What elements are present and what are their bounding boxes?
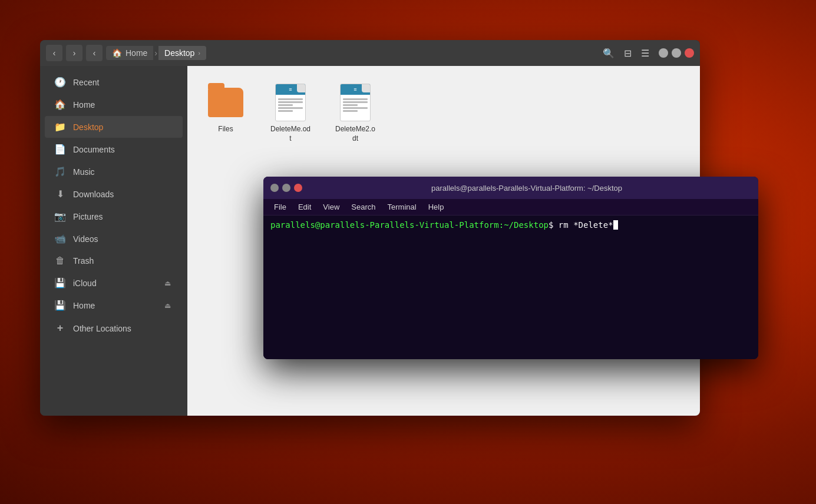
terminal-menu-help[interactable]: Help: [422, 201, 450, 213]
sidebar-label-music: Music: [73, 167, 173, 177]
terminal-menubar: File Edit View Search Terminal Help: [263, 199, 758, 215]
pictures-icon: 📷: [54, 211, 66, 222]
odt-line-short: [343, 110, 358, 112]
sidebar-item-pictures[interactable]: 📷 Pictures: [45, 205, 183, 227]
forward-button[interactable]: ›: [66, 45, 82, 61]
sidebar-label-downloads: Downloads: [73, 190, 173, 199]
sidebar-label-icloud: iCloud: [73, 278, 155, 288]
sidebar-label-documents: Documents: [73, 145, 173, 154]
breadcrumb-expand-icon: ›: [198, 50, 200, 57]
sidebar: 🕐 Recent 🏠 Home 📁 Desktop 📄 Documents 🎵 …: [40, 66, 187, 416]
icloud-icon: 💾: [54, 277, 66, 289]
trash-icon: 🗑: [54, 256, 66, 266]
odt-header-text-2: ≡: [354, 87, 356, 92]
home-icon: 🏠: [112, 48, 122, 58]
file-name-files: Files: [218, 125, 233, 134]
sidebar-label-desktop: Desktop: [73, 122, 173, 132]
sidebar-item-desktop[interactable]: 📁 Desktop: [45, 116, 183, 138]
icloud-eject-button[interactable]: ⏏: [162, 278, 173, 289]
odt-lines-2: [341, 95, 370, 115]
odt-line-short: [278, 110, 293, 112]
odt-line: [278, 98, 303, 100]
sidebar-item-videos[interactable]: 📹 Videos: [45, 228, 183, 250]
sidebar-item-recent[interactable]: 🕐 Recent: [45, 71, 183, 93]
window-controls: [659, 48, 694, 58]
sidebar-item-music[interactable]: 🎵 Music: [45, 161, 183, 183]
terminal-titlebar: parallels@parallels-Parallels-Virtual-Pl…: [263, 177, 758, 199]
terminal-minimize-button[interactable]: [270, 184, 279, 192]
terminal-menu-search[interactable]: Search: [345, 201, 381, 213]
file-item-deleteme2[interactable]: ≡ DeleteMe2.odt: [329, 78, 382, 149]
videos-icon: 📹: [54, 233, 66, 244]
file-name-deleteme1: DeleteMe.odt: [270, 125, 311, 143]
maximize-button[interactable]: [672, 48, 681, 58]
odt-line: [343, 107, 368, 109]
odt-line: [343, 101, 368, 103]
folder-icon-wrapper: [207, 84, 245, 121]
terminal-menu-edit[interactable]: Edit: [292, 201, 317, 213]
breadcrumb: 🏠 Home › Desktop ›: [106, 46, 591, 60]
sidebar-item-other-locations[interactable]: + Other Locations: [45, 317, 183, 340]
documents-icon: 📄: [54, 144, 66, 155]
sidebar-label-home2: Home: [73, 301, 155, 310]
sidebar-item-home[interactable]: 🏠 Home: [45, 94, 183, 115]
file-manager-titlebar: ‹ › ‹ 🏠 Home › Desktop › 🔍 ⊟ ☰: [40, 40, 700, 66]
terminal-command: $ rm *Delete*: [549, 220, 613, 230]
odt-line-short: [343, 104, 358, 106]
sidebar-item-home2[interactable]: 💾 Home ⏏: [45, 294, 183, 316]
home2-icon: 💾: [54, 300, 66, 311]
terminal-title: parallels@parallels-Parallels-Virtual-Pl…: [302, 184, 751, 193]
odt-header-text-1: ≡: [289, 87, 292, 92]
other-locations-icon: +: [54, 322, 66, 334]
sidebar-item-trash[interactable]: 🗑 Trash: [45, 250, 183, 271]
sidebar-label-home: Home: [73, 100, 173, 110]
sidebar-label-pictures: Pictures: [73, 212, 173, 221]
minimize-button[interactable]: [659, 48, 668, 58]
sidebar-label-other-locations: Other Locations: [73, 324, 173, 333]
sidebar-item-documents[interactable]: 📄 Documents: [45, 138, 183, 160]
titlebar-actions: 🔍 ⊟ ☰: [600, 45, 652, 61]
breadcrumb-current[interactable]: Desktop ›: [158, 46, 206, 60]
file-name-deleteme2: DeleteMe2.odt: [335, 125, 376, 143]
odt-header-2: ≡: [341, 84, 370, 95]
terminal-menu-file[interactable]: File: [268, 201, 292, 213]
terminal-body[interactable]: parallels@parallels-Parallels-Virtual-Pl…: [263, 215, 758, 359]
view-list-button[interactable]: ⊟: [622, 45, 634, 61]
menu-button[interactable]: ☰: [639, 45, 652, 61]
sidebar-label-trash: Trash: [73, 256, 173, 266]
odt-line: [278, 107, 303, 109]
search-button[interactable]: 🔍: [600, 45, 617, 61]
terminal-menu-terminal[interactable]: Terminal: [382, 201, 422, 213]
desktop-icon: 📁: [54, 121, 66, 132]
sidebar-item-icloud[interactable]: 💾 iCloud ⏏: [45, 272, 183, 294]
sidebar-label-videos: Videos: [73, 234, 173, 244]
file-grid: Files ≡: [199, 78, 688, 149]
odt-icon-1: ≡: [275, 84, 306, 121]
breadcrumb-home-label: Home: [125, 48, 147, 58]
terminal-menu-view[interactable]: View: [317, 201, 345, 213]
terminal-window-controls: [270, 184, 302, 192]
sidebar-item-downloads[interactable]: ⬇ Downloads: [45, 183, 183, 205]
home2-eject-button[interactable]: ⏏: [162, 300, 173, 311]
terminal-close-button[interactable]: [294, 184, 302, 192]
breadcrumb-home[interactable]: 🏠 Home: [106, 46, 153, 60]
odt-header-1: ≡: [276, 84, 305, 95]
file-item-files[interactable]: Files: [199, 78, 252, 149]
breadcrumb-current-label: Desktop: [164, 48, 194, 58]
file-item-deleteme1[interactable]: ≡ DeleteMe.odt: [264, 78, 317, 149]
terminal-prompt: parallels@parallels-Parallels-Virtual-Pl…: [270, 220, 549, 230]
up-button[interactable]: ‹: [86, 45, 103, 61]
home-nav-icon: 🏠: [54, 99, 66, 110]
odt-icon-wrapper-2: ≡: [336, 84, 374, 121]
terminal-line: parallels@parallels-Parallels-Virtual-Pl…: [270, 220, 751, 230]
terminal-maximize-button[interactable]: [282, 184, 290, 192]
recent-icon: 🕐: [54, 77, 66, 88]
back-button[interactable]: ‹: [46, 45, 62, 61]
folder-icon: [208, 88, 243, 117]
terminal-window: parallels@parallels-Parallels-Virtual-Pl…: [263, 177, 758, 359]
odt-line: [343, 98, 368, 100]
odt-line: [278, 101, 303, 103]
odt-icon-2: ≡: [340, 84, 371, 121]
close-button[interactable]: [685, 48, 694, 58]
odt-icon-wrapper-1: ≡: [272, 84, 309, 121]
